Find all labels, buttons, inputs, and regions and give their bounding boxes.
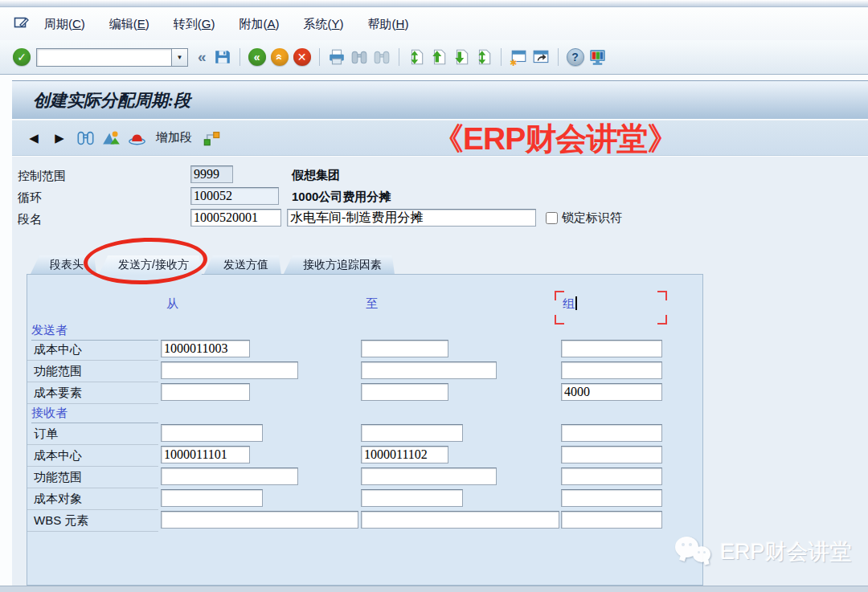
to-field[interactable] [361, 361, 497, 379]
group-field[interactable] [561, 340, 662, 357]
group-field[interactable] [561, 383, 662, 401]
cycle-label: 循环 [18, 190, 42, 206]
panel-row: WBS 元素 [27, 511, 702, 533]
wechat-icon [674, 533, 715, 570]
group-field[interactable] [561, 424, 662, 442]
save-icon[interactable] [212, 47, 233, 67]
collapse-icon[interactable]: « [198, 48, 207, 66]
to-field[interactable] [361, 467, 497, 485]
previous-item-icon[interactable]: ◀ [23, 128, 44, 149]
segment-label: 段名 [18, 212, 42, 227]
from-field[interactable] [161, 467, 298, 485]
panel-row: 订单 [27, 424, 702, 446]
menu-item[interactable]: 系统(Y) [304, 17, 344, 31]
to-field[interactable] [361, 424, 463, 442]
menu-item[interactable]: 帮助(H) [368, 17, 409, 31]
segment-id-field[interactable] [190, 209, 281, 227]
segment-name-field[interactable] [287, 209, 536, 227]
last-page-icon[interactable] [473, 47, 494, 67]
panel-row: 功能范围 [27, 467, 702, 489]
from-field[interactable] [161, 361, 298, 379]
system-menu-icon[interactable] [13, 14, 30, 34]
cancel-icon[interactable]: ✕ [292, 47, 313, 67]
next-item-icon[interactable]: ▶ [49, 128, 70, 149]
overview-icon[interactable] [100, 128, 121, 149]
panel-row: 成本对象 [27, 489, 702, 511]
bottom-watermark: ERP财会讲堂 [674, 533, 852, 570]
controlling-area-label: 控制范围 [18, 169, 66, 184]
controlling-area-field[interactable] [190, 165, 233, 183]
cycle-field[interactable] [190, 187, 279, 205]
group-field[interactable] [561, 446, 662, 463]
print-icon[interactable] [326, 47, 347, 67]
panel-row: 成本中心 [27, 340, 702, 361]
new-session-icon[interactable]: ✱ [508, 47, 529, 67]
menu-bar-items: 周期(C)编辑(E)转到(G)附加(A)系统(Y)帮助(H) [44, 17, 432, 32]
section-title: 接收者 [31, 406, 158, 423]
from-field[interactable] [161, 424, 263, 442]
row-label: 订单 [34, 427, 58, 442]
window-bottom-edge [0, 586, 868, 592]
help-icon[interactable]: ? [565, 47, 586, 67]
left-margin [0, 81, 12, 586]
lock-indicator-label: 锁定标识符 [562, 210, 622, 226]
to-field[interactable] [361, 446, 448, 463]
from-field[interactable] [161, 489, 263, 507]
group-field[interactable] [561, 511, 662, 529]
binoculars-icon[interactable] [75, 128, 96, 149]
exit-icon[interactable]: « [269, 47, 290, 67]
row-label: 成本中心 [34, 342, 82, 357]
menu-item[interactable]: 附加(A) [240, 17, 280, 31]
to-field[interactable] [361, 383, 448, 401]
section-title: 发送者 [31, 323, 158, 341]
page-up-icon[interactable] [428, 47, 449, 67]
row-label: 功能范围 [34, 470, 82, 485]
group-field[interactable] [561, 489, 662, 507]
standard-toolbar: ✓ ▼ « « « ✕ [0, 40, 868, 75]
controlling-area-desc: 假想集团 [292, 168, 340, 183]
create-shortcut-icon[interactable] [530, 47, 551, 67]
panel-row: 成本要素 [27, 383, 702, 405]
tab-发送方值[interactable]: 发送方值 [204, 255, 281, 274]
menu-bar: 周期(C)编辑(E)转到(G)附加(A)系统(Y)帮助(H) [0, 8, 868, 40]
command-field-group: ▼ [36, 48, 188, 67]
to-field[interactable] [361, 489, 463, 507]
from-field[interactable] [161, 511, 358, 529]
panel-row: 功能范围 [27, 361, 702, 383]
tab-段表头[interactable]: 段表头 [31, 255, 96, 274]
hat-icon[interactable] [126, 128, 147, 149]
to-field[interactable] [361, 511, 559, 529]
window-top-edge [0, 0, 868, 7]
row-label: 成本要素 [34, 386, 82, 401]
row-label: 成本对象 [34, 492, 82, 507]
group-field[interactable] [561, 361, 662, 379]
command-field[interactable] [36, 48, 171, 67]
find-icon[interactable] [349, 47, 370, 67]
find-next-icon[interactable] [371, 47, 392, 67]
row-label: 成本中心 [34, 448, 82, 463]
tab-发送方/接收方[interactable]: 发送方/接收方 [99, 255, 202, 275]
application-toolbar: ◀ ▶ 增加段 [12, 120, 868, 156]
column-header-group: 组 [563, 296, 577, 312]
sap-gui-window: 周期(C)编辑(E)转到(G)附加(A)系统(Y)帮助(H) ✓ ▼ « « «… [0, 0, 868, 592]
add-segment-button[interactable]: 增加段 [156, 130, 192, 145]
enter-icon[interactable]: ✓ [11, 47, 32, 67]
from-field[interactable] [161, 446, 250, 463]
from-field[interactable] [161, 340, 250, 357]
menu-item[interactable]: 转到(G) [174, 17, 215, 31]
from-field[interactable] [161, 383, 250, 401]
back-icon[interactable]: « [247, 47, 268, 67]
segments-icon[interactable] [201, 128, 222, 149]
group-field[interactable] [561, 467, 662, 485]
menu-item[interactable]: 周期(C) [44, 17, 85, 31]
menu-item[interactable]: 编辑(E) [109, 17, 149, 31]
command-dropdown-icon[interactable]: ▼ [171, 48, 188, 67]
page-title: 创建实际分配周期:段 [33, 89, 190, 112]
page-down-icon[interactable] [451, 47, 472, 67]
lock-indicator-checkbox[interactable] [546, 212, 558, 224]
first-page-icon[interactable] [406, 47, 427, 67]
to-field[interactable] [361, 340, 448, 357]
column-header-to: 至 [366, 296, 378, 312]
customize-layout-icon[interactable] [588, 47, 608, 67]
tab-接收方追踪因素[interactable]: 接收方追踪因素 [284, 255, 395, 274]
